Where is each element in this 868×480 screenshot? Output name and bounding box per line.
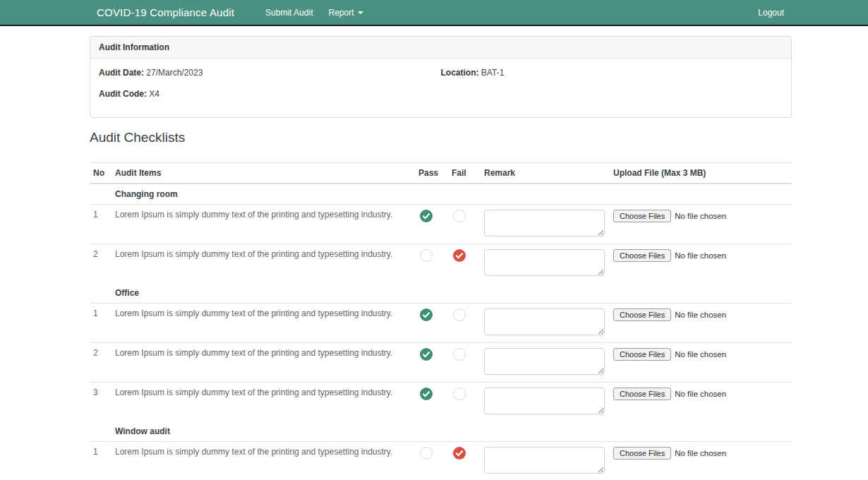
file-upload-widget: Choose Files No file chosen [613,348,788,361]
item-number: 3 [90,383,111,422]
nav-item-report-label: Report [328,8,354,18]
file-status-text: No file chosen [675,350,726,359]
fail-radio[interactable] [453,210,466,222]
checklist-item-row: 1 Lorem Ipsum is simply dummy text of th… [90,205,792,244]
file-upload-widget: Choose Files No file chosen [613,210,788,222]
remark-textarea[interactable] [484,348,605,375]
section-header-row: Window audit [90,421,792,442]
audit-code-label: Audit Code: [99,89,147,99]
fail-radio[interactable] [453,308,466,321]
audit-date-value: 27/March/2023 [146,68,203,78]
file-status-text: No file chosen [675,311,726,319]
remark-textarea[interactable] [484,210,605,236]
audit-date-field: Audit Date: 27/March/2023 [99,68,441,78]
pass-radio[interactable] [420,348,433,361]
item-text: Lorem Ipsum is simply dummy text of the … [111,205,415,244]
choose-files-button[interactable]: Choose Files [613,249,671,262]
section-header-row: Changing room [90,184,792,205]
item-number: 2 [90,343,111,383]
checklist-item-row: 1 Lorem Ipsum is simply dummy text of th… [90,442,792,480]
pass-radio[interactable] [420,447,433,460]
location-label: Location: [441,68,479,78]
check-icon [420,388,433,400]
section-header-row: Office [90,283,792,304]
choose-files-button[interactable]: Choose Files [613,348,671,361]
item-text: Lorem Ipsum is simply dummy text of the … [111,244,415,284]
file-status-text: No file chosen [675,449,726,457]
fail-radio[interactable] [453,447,466,460]
column-header-remark: Remark [481,163,610,184]
audit-code-value: X4 [149,89,159,99]
check-icon [453,249,466,262]
file-upload-widget: Choose Files No file chosen [613,447,788,460]
audit-code-field: Audit Code: X4 [99,89,441,99]
item-text: Lorem Ipsum is simply dummy text of the … [111,442,415,480]
item-number: 2 [90,244,111,284]
column-header-pass: Pass [415,163,448,184]
choose-files-button[interactable]: Choose Files [613,210,671,222]
check-icon [453,447,466,460]
file-upload-widget: Choose Files No file chosen [613,249,788,262]
section-empty-no-cell [90,421,111,442]
file-upload-widget: Choose Files No file chosen [613,308,788,321]
file-status-text: No file chosen [675,251,726,260]
choose-files-button[interactable]: Choose Files [613,447,671,460]
nav-item-report[interactable]: Report [328,8,363,18]
check-icon [420,308,433,321]
pass-radio[interactable] [420,388,433,400]
check-icon [420,348,433,361]
table-header-row: No Audit Items Pass Fail Remark Upload F… [90,163,792,184]
column-header-fail: Fail [448,163,481,184]
card-title: Audit Information [90,37,791,59]
audit-date-label: Audit Date: [99,68,144,78]
chevron-down-icon [358,11,363,14]
checklist-item-row: 1 Lorem Ipsum is simply dummy text of th… [90,304,792,343]
fail-radio[interactable] [453,249,466,262]
remark-textarea[interactable] [484,249,605,276]
pass-radio[interactable] [420,249,433,262]
page-title: Audit Checklists [90,130,792,145]
choose-files-button[interactable]: Choose Files [613,308,671,321]
column-header-items: Audit Items [111,163,415,184]
checklist-item-row: 2 Lorem Ipsum is simply dummy text of th… [90,244,792,284]
card-body: Audit Date: 27/March/2023 Location: BAT-… [90,59,791,117]
item-number: 1 [90,442,111,480]
top-navbar: COVID-19 Compliance Audit Submit Audit R… [0,0,868,26]
logout-link[interactable]: Logout [758,8,784,18]
item-text: Lorem Ipsum is simply dummy text of the … [111,343,415,383]
checklist-table: No Audit Items Pass Fail Remark Upload F… [90,162,792,480]
file-upload-widget: Choose Files No file chosen [613,388,788,400]
column-header-upload: Upload File (Max 3 MB) [610,163,792,184]
section-name: Office [111,283,792,304]
pass-radio[interactable] [420,210,433,222]
file-status-text: No file chosen [675,390,726,398]
remark-textarea[interactable] [484,308,605,335]
item-number: 1 [90,205,111,244]
section-name: Changing room [111,184,792,205]
checklist-body: Changing room 1 Lorem Ipsum is simply du… [90,184,792,480]
section-name: Window audit [111,421,792,442]
item-number: 1 [90,304,111,343]
fail-radio[interactable] [453,388,466,400]
file-status-text: No file chosen [675,212,726,220]
section-empty-no-cell [90,184,111,205]
remark-textarea[interactable] [484,447,605,474]
checklist-item-row: 2 Lorem Ipsum is simply dummy text of th… [90,343,792,383]
location-value: BAT-1 [481,68,504,78]
pass-radio[interactable] [420,308,433,321]
check-icon [420,210,433,222]
nav-item-submit-audit[interactable]: Submit Audit [265,8,313,18]
app-brand[interactable]: COVID-19 Compliance Audit [97,6,234,18]
item-text: Lorem Ipsum is simply dummy text of the … [111,383,415,422]
section-empty-no-cell [90,283,111,304]
audit-information-card: Audit Information Audit Date: 27/March/2… [90,36,792,118]
checklist-item-row: 3 Lorem Ipsum is simply dummy text of th… [90,383,792,422]
remark-textarea[interactable] [484,388,605,414]
nav-links: Submit Audit Report [250,8,363,18]
fail-radio[interactable] [453,348,466,361]
location-field: Location: BAT-1 [441,68,783,78]
choose-files-button[interactable]: Choose Files [613,388,671,400]
item-text: Lorem Ipsum is simply dummy text of the … [111,304,415,343]
column-header-no: No [90,163,111,184]
